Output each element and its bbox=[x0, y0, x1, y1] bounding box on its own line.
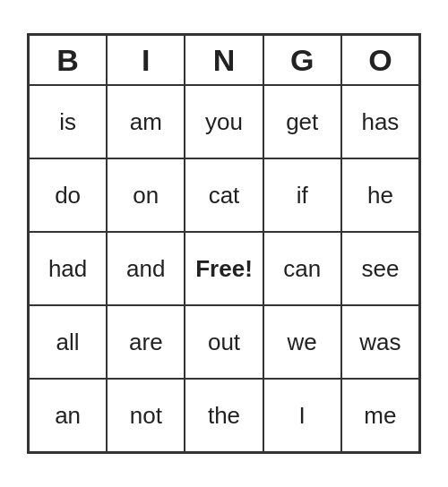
cell-r2-c2: Free! bbox=[185, 232, 263, 305]
cell-r0-c2: you bbox=[185, 85, 263, 158]
data-row-0: isamyougethas bbox=[29, 85, 419, 158]
cell-r3-c0: all bbox=[29, 305, 107, 379]
cell-r2-c1: and bbox=[107, 232, 185, 305]
cell-r3-c1: are bbox=[107, 305, 185, 379]
data-row-3: allareoutwewas bbox=[29, 305, 419, 379]
cell-r0-c3: get bbox=[263, 85, 341, 158]
cell-r0-c1: am bbox=[107, 85, 185, 158]
header-cell-o: O bbox=[341, 35, 419, 85]
header-cell-b: B bbox=[29, 35, 107, 85]
cell-r2-c3: can bbox=[263, 232, 341, 305]
cell-r0-c0: is bbox=[29, 85, 107, 158]
cell-r4-c0: an bbox=[29, 379, 107, 452]
cell-r4-c1: not bbox=[107, 379, 185, 452]
data-row-2: hadandFree!cansee bbox=[29, 232, 419, 305]
data-row-4: annottheIme bbox=[29, 379, 419, 452]
cell-r3-c3: we bbox=[263, 305, 341, 379]
cell-r1-c0: do bbox=[29, 158, 107, 232]
cell-r1-c2: cat bbox=[185, 158, 263, 232]
bingo-card: BINGO isamyougethasdooncatifhehadandFree… bbox=[27, 33, 421, 454]
cell-r2-c0: had bbox=[29, 232, 107, 305]
header-cell-g: G bbox=[263, 35, 341, 85]
cell-r3-c2: out bbox=[185, 305, 263, 379]
header-row: BINGO bbox=[29, 35, 419, 85]
cell-r2-c4: see bbox=[341, 232, 419, 305]
cell-r1-c3: if bbox=[263, 158, 341, 232]
header-cell-n: N bbox=[185, 35, 263, 85]
cell-r3-c4: was bbox=[341, 305, 419, 379]
cell-r1-c1: on bbox=[107, 158, 185, 232]
cell-r1-c4: he bbox=[341, 158, 419, 232]
data-row-1: dooncatifhe bbox=[29, 158, 419, 232]
cell-r4-c4: me bbox=[341, 379, 419, 452]
cell-r4-c3: I bbox=[263, 379, 341, 452]
cell-r0-c4: has bbox=[341, 85, 419, 158]
header-cell-i: I bbox=[107, 35, 185, 85]
cell-r4-c2: the bbox=[185, 379, 263, 452]
